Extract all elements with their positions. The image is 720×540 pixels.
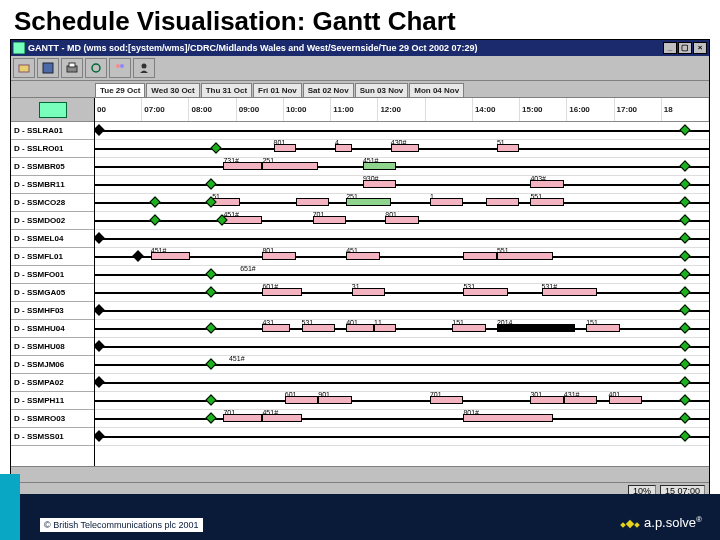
milestone-icon[interactable]: [679, 214, 690, 225]
milestone-icon[interactable]: [679, 304, 690, 315]
gantt-row[interactable]: [95, 122, 709, 140]
milestone-icon[interactable]: [205, 358, 216, 369]
milestone-icon[interactable]: [679, 412, 690, 423]
task-bar[interactable]: [463, 252, 496, 260]
gantt-row[interactable]: 601901701301431#401: [95, 392, 709, 410]
tab-day-1[interactable]: Wed 30 Oct: [146, 83, 199, 97]
row-label[interactable]: D - SSMSS01: [11, 428, 94, 446]
timescale-tick: 10:00: [284, 98, 331, 121]
open-button[interactable]: [13, 58, 35, 78]
row-label[interactable]: D - SSMBR11: [11, 176, 94, 194]
milestone-icon[interactable]: [679, 160, 690, 171]
milestone-icon[interactable]: [149, 214, 160, 225]
gantt-row[interactable]: 8014430#51: [95, 140, 709, 158]
row-label[interactable]: D - SSMJM06: [11, 356, 94, 374]
tab-day-2[interactable]: Thu 31 Oct: [201, 83, 252, 97]
row-label[interactable]: D - SSMFL01: [11, 248, 94, 266]
users-button[interactable]: [109, 58, 131, 78]
row-label[interactable]: D - SSMDO02: [11, 212, 94, 230]
svg-point-6: [116, 64, 120, 68]
milestone-icon[interactable]: [205, 286, 216, 297]
task-bar[interactable]: [296, 198, 329, 206]
gantt-row[interactable]: 451#: [95, 356, 709, 374]
milestone-icon[interactable]: [149, 196, 160, 207]
milestone-icon[interactable]: [679, 268, 690, 279]
milestone-icon[interactable]: [679, 322, 690, 333]
gantt-row[interactable]: [95, 374, 709, 392]
milestone-icon[interactable]: [679, 250, 690, 261]
gantt-row[interactable]: 651#: [95, 266, 709, 284]
gantt-row[interactable]: 431531401111512014151: [95, 320, 709, 338]
milestone-icon[interactable]: [679, 196, 690, 207]
tab-day-4[interactable]: Sat 02 Nov: [303, 83, 354, 97]
row-line: [95, 418, 709, 420]
milestone-icon[interactable]: [205, 322, 216, 333]
row-label[interactable]: D - SSMHU04: [11, 320, 94, 338]
row-label[interactable]: D - SSMGA05: [11, 284, 94, 302]
gantt-chart[interactable]: 0007:0008:0009:0010:0011:0012:0014:0015:…: [95, 98, 709, 466]
milestone-icon[interactable]: [95, 304, 105, 315]
milestone-icon[interactable]: [211, 142, 222, 153]
gantt-row[interactable]: 701451#801#: [95, 410, 709, 428]
milestone-icon[interactable]: [205, 178, 216, 189]
tab-day-6[interactable]: Mon 04 Nov: [409, 83, 464, 97]
row-label[interactable]: D - SSMFO01: [11, 266, 94, 284]
milestone-icon[interactable]: [95, 340, 105, 351]
task-label: 701: [313, 211, 325, 218]
milestone-icon[interactable]: [205, 412, 216, 423]
milestone-icon[interactable]: [132, 250, 143, 261]
row-label[interactable]: D - SSLRA01: [11, 122, 94, 140]
milestone-icon[interactable]: [679, 232, 690, 243]
tab-day-0[interactable]: Tue 29 Oct: [95, 83, 145, 97]
row-label[interactable]: D - SSMHF03: [11, 302, 94, 320]
refresh-button[interactable]: [85, 58, 107, 78]
milestone-icon[interactable]: [679, 358, 690, 369]
task-label: 601: [285, 391, 297, 398]
row-label[interactable]: D - SSMEL04: [11, 230, 94, 248]
row-label[interactable]: D - SSMBR05: [11, 158, 94, 176]
gantt-row[interactable]: [95, 428, 709, 446]
milestone-icon[interactable]: [205, 394, 216, 405]
task-bar[interactable]: [430, 198, 463, 206]
gantt-row[interactable]: 451#701801: [95, 212, 709, 230]
milestone-icon[interactable]: [679, 124, 690, 135]
gantt-row[interactable]: 601#31531531#: [95, 284, 709, 302]
milestone-icon[interactable]: [679, 394, 690, 405]
minimize-button[interactable]: _: [663, 42, 677, 54]
milestone-icon[interactable]: [679, 178, 690, 189]
tab-day-3[interactable]: Fri 01 Nov: [253, 83, 302, 97]
maximize-button[interactable]: ▢: [678, 42, 692, 54]
user-button[interactable]: [133, 58, 155, 78]
milestone-icon[interactable]: [95, 124, 105, 135]
save-button[interactable]: [37, 58, 59, 78]
row-label[interactable]: D - SSMHU08: [11, 338, 94, 356]
close-button[interactable]: ×: [693, 42, 707, 54]
milestone-icon[interactable]: [95, 376, 105, 387]
milestone-icon[interactable]: [679, 430, 690, 441]
tab-day-5[interactable]: Sun 03 Nov: [355, 83, 409, 97]
gantt-row[interactable]: [95, 302, 709, 320]
task-bar[interactable]: [486, 198, 519, 206]
milestone-icon[interactable]: [95, 232, 105, 243]
print-button[interactable]: [61, 58, 83, 78]
gantt-row[interactable]: [95, 230, 709, 248]
window-titlebar[interactable]: GANTT - MD (wms sod:[system/wms]/CDRC/Mi…: [11, 40, 709, 56]
milestone-icon[interactable]: [205, 268, 216, 279]
row-line: [95, 346, 709, 348]
gantt-row[interactable]: 930#403#: [95, 176, 709, 194]
row-label[interactable]: D - SSMCO28: [11, 194, 94, 212]
milestone-icon[interactable]: [679, 286, 690, 297]
gantt-row[interactable]: 731#251451#: [95, 158, 709, 176]
row-label[interactable]: D - SSMPA02: [11, 374, 94, 392]
gantt-row[interactable]: 451#801451551: [95, 248, 709, 266]
task-label: 403#: [530, 175, 546, 182]
row-label[interactable]: D - SSMPH11: [11, 392, 94, 410]
row-label[interactable]: D - SSMRO03: [11, 410, 94, 428]
milestone-icon[interactable]: [679, 340, 690, 351]
gantt-row[interactable]: [95, 338, 709, 356]
milestone-icon[interactable]: [95, 430, 105, 441]
milestone-icon[interactable]: [679, 376, 690, 387]
task-label: 31: [352, 283, 360, 290]
gantt-row[interactable]: 512511551: [95, 194, 709, 212]
row-label[interactable]: D - SSLRO01: [11, 140, 94, 158]
